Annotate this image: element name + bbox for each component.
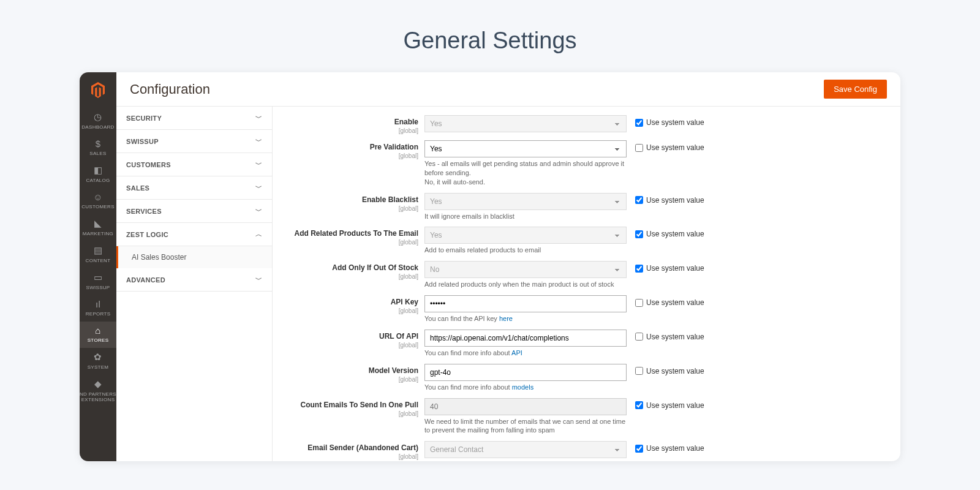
sys-label[interactable]: Use system value	[646, 143, 704, 152]
field-blacklist: Enable Blacklist [global] Yes It will ig…	[277, 193, 886, 221]
sys-label[interactable]: Use system value	[646, 367, 704, 375]
select-out-of-stock[interactable]: No	[424, 261, 627, 278]
select-pre-validation[interactable]: Yes	[424, 140, 627, 157]
tree-section[interactable]: ADVANCED﹀	[116, 268, 272, 292]
rail-label: SALES	[89, 151, 106, 156]
chevron-up-icon: ︿	[255, 230, 262, 239]
label-sender-abandoned: Email Sender (Abandoned Cart)	[307, 443, 418, 452]
sys-label[interactable]: Use system value	[646, 264, 704, 273]
model-link[interactable]: models	[512, 383, 533, 391]
select-enable[interactable]: Yes	[424, 115, 627, 132]
input-model[interactable]	[424, 364, 627, 381]
tree-section-label: SECURITY	[126, 115, 162, 122]
stores-icon: ⌂	[80, 325, 116, 336]
sys-label[interactable]: Use system value	[646, 230, 704, 238]
system-icon: ✿	[80, 352, 116, 363]
note-api-url: You can find more info about API	[424, 349, 627, 358]
rail-item-system[interactable]: ✿SYSTEM	[80, 348, 116, 375]
sales-icon: $	[80, 138, 116, 149]
sys-label[interactable]: Use system value	[646, 444, 704, 453]
rail-label: STORES	[88, 337, 109, 343]
scope-tag: [global]	[277, 376, 418, 383]
label-model: Model Version	[369, 366, 418, 375]
sys-blacklist-checkbox[interactable]	[635, 196, 643, 204]
sys-label[interactable]: Use system value	[646, 196, 704, 205]
api-url-link[interactable]: API	[511, 349, 522, 356]
sys-enable-checkbox[interactable]	[635, 119, 643, 127]
note-out-of-stock: Add related products only when the main …	[424, 280, 627, 289]
sys-api-key-checkbox[interactable]	[635, 299, 643, 307]
sys-model-checkbox[interactable]	[635, 367, 643, 375]
sys-count-checkbox[interactable]	[635, 401, 643, 409]
rail-item-swissup[interactable]: ▭SWISSUP	[80, 268, 116, 295]
input-count[interactable]	[424, 398, 627, 415]
chevron-down-icon: ﹀	[255, 206, 262, 216]
sys-sender-abandoned-checkbox[interactable]	[635, 445, 643, 453]
select-related[interactable]: Yes	[424, 227, 627, 244]
save-config-button[interactable]: Save Config	[824, 80, 887, 99]
note-api-key: You can find the API key here	[424, 314, 627, 323]
rail-item-reports[interactable]: ılREPORTS	[80, 295, 116, 322]
dashboard-icon: ◷	[80, 111, 116, 123]
admin-rail: ◷DASHBOARD$SALES◧CATALOG☺CUSTOMERS◣MARKE…	[80, 72, 116, 461]
scope-tag: [global]	[277, 127, 418, 134]
label-pre-validation: Pre Validation	[370, 143, 418, 151]
sys-out-of-stock-checkbox[interactable]	[635, 265, 643, 273]
sys-pre-validation-checkbox[interactable]	[635, 144, 643, 152]
rail-label: SWISSUP	[86, 285, 110, 290]
rail-item-sales[interactable]: $SALES	[80, 135, 116, 161]
rail-item-customers[interactable]: ☺CUSTOMERS	[80, 188, 116, 214]
field-related: Add Related Products To The Email [globa…	[277, 227, 886, 255]
tree-subitem[interactable]: AI Sales Booster	[116, 246, 272, 268]
tree-section-label: SWISSUP	[126, 138, 159, 145]
tree-section[interactable]: SECURITY﹀	[116, 107, 272, 130]
tree-section[interactable]: SALES﹀	[116, 176, 272, 200]
field-sender-abandoned: Email Sender (Abandoned Cart) [global] G…	[277, 441, 886, 460]
sys-label[interactable]: Use system value	[646, 401, 704, 410]
chevron-down-icon: ﹀	[255, 137, 262, 146]
sys-label[interactable]: Use system value	[646, 118, 704, 127]
sys-label[interactable]: Use system value	[646, 333, 704, 341]
sys-related-checkbox[interactable]	[635, 230, 643, 238]
sys-label[interactable]: Use system value	[646, 298, 704, 307]
rail-item-marketing[interactable]: ◣MARKETING	[80, 214, 116, 241]
marketing-icon: ◣	[80, 218, 116, 229]
input-api-url[interactable]	[424, 330, 627, 347]
partners-icon: ◆	[80, 379, 116, 390]
rail-item-dashboard[interactable]: ◷DASHBOARD	[80, 108, 116, 135]
page-heading: General Settings	[0, 0, 980, 72]
reports-icon: ıl	[80, 299, 116, 309]
chevron-down-icon: ﹀	[255, 113, 262, 123]
tree-section[interactable]: CUSTOMERS﹀	[116, 153, 272, 176]
content-icon: ▤	[80, 245, 116, 256]
select-blacklist[interactable]: Yes	[424, 193, 627, 210]
tree-section[interactable]: SWISSUP﹀	[116, 130, 272, 153]
rail-item-catalog[interactable]: ◧CATALOG	[80, 161, 116, 188]
tree-section[interactable]: SERVICES﹀	[116, 200, 272, 223]
label-count: Count Emails To Send In One Pull	[301, 401, 418, 409]
scope-tag: [global]	[277, 273, 418, 280]
config-tree: SECURITY﹀SWISSUP﹀CUSTOMERS﹀SALES﹀SERVICE…	[116, 107, 273, 461]
rail-label: CATALOG	[86, 178, 110, 183]
scope-tag: [global]	[277, 239, 418, 246]
tree-section-label: ADVANCED	[126, 276, 165, 284]
scope-tag: [global]	[277, 453, 418, 460]
rail-label: ND PARTNERS EXTENSIONS	[80, 391, 116, 402]
chevron-down-icon: ﹀	[255, 160, 262, 169]
customers-icon: ☺	[80, 192, 116, 202]
sys-api-url-checkbox[interactable]	[635, 333, 643, 341]
scope-tag: [global]	[277, 205, 418, 212]
field-api-url: URL Of API [global] You can find more in…	[277, 330, 886, 358]
rail-item-partners[interactable]: ◆ND PARTNERS EXTENSIONS	[80, 375, 116, 407]
select-sender-abandoned[interactable]: General Contact	[424, 441, 627, 458]
api-key-link[interactable]: here	[499, 315, 513, 322]
rail-item-content[interactable]: ▤CONTENT	[80, 241, 116, 268]
field-model: Model Version [global] You can find more…	[277, 364, 886, 392]
rail-item-stores[interactable]: ⌂STORES	[80, 322, 116, 348]
label-api-key: API Key	[391, 298, 418, 306]
input-api-key[interactable]	[424, 295, 627, 312]
note-pre-validation: Yes - all emails will get pending status…	[424, 159, 627, 187]
label-blacklist: Enable Blacklist	[362, 195, 418, 204]
tree-section[interactable]: ZEST LOGIC︿	[116, 223, 272, 246]
rail-label: CUSTOMERS	[81, 204, 115, 209]
